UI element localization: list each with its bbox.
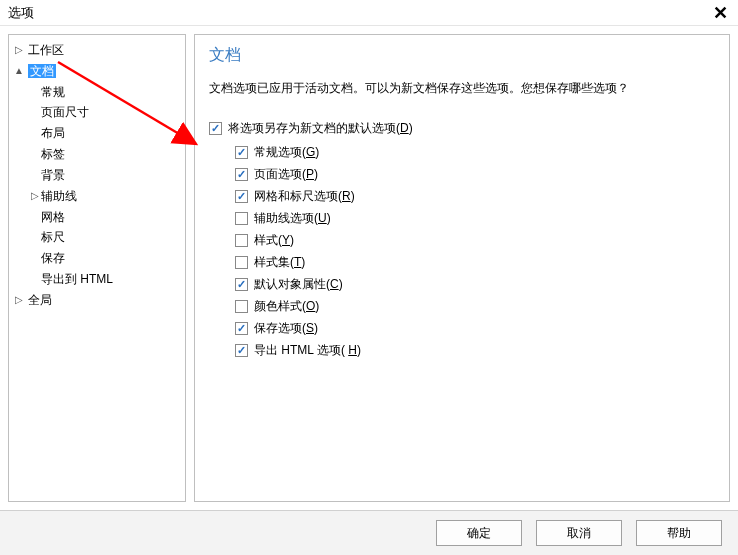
checkbox-general-options[interactable]: 常规选项(G): [235, 141, 715, 163]
checkbox-save-as-default[interactable]: 将选项另存为新文档的默认选项(D): [209, 117, 715, 139]
nav-tree: ▷ 工作区 ▲ 文档 常规 页面尺寸 布局 标签 背景 ▷辅助线 网格 标尺: [9, 39, 185, 310]
checkbox-label: 网格和标尺选项(R): [254, 188, 355, 205]
checkbox-label: 样式(Y): [254, 232, 294, 249]
close-icon[interactable]: ✕: [711, 4, 730, 22]
checkbox-icon[interactable]: [235, 300, 248, 313]
checkbox-default-object-props[interactable]: 默认对象属性(C): [235, 273, 715, 295]
page-title: 文档: [209, 45, 715, 66]
help-button[interactable]: 帮助: [636, 520, 722, 546]
checkbox-icon[interactable]: [235, 212, 248, 225]
checkbox-label: 颜色样式(O): [254, 298, 319, 315]
checkbox-export-html-options[interactable]: 导出 HTML 选项( H): [235, 339, 715, 361]
checkbox-save-options[interactable]: 保存选项(S): [235, 317, 715, 339]
title-bar: 选项 ✕: [0, 0, 738, 26]
page-description: 文档选项已应用于活动文档。可以为新文档保存这些选项。您想保存哪些选项？: [209, 80, 715, 97]
checkbox-grid-ruler-options[interactable]: 网格和标尺选项(R): [235, 185, 715, 207]
checkbox-icon[interactable]: [209, 122, 222, 135]
checkbox-style[interactable]: 样式(Y): [235, 229, 715, 251]
tree-item-layout[interactable]: 布局: [29, 122, 185, 143]
checkbox-label: 默认对象属性(C): [254, 276, 343, 293]
content-pane: 文档 文档选项已应用于活动文档。可以为新文档保存这些选项。您想保存哪些选项？ 将…: [194, 34, 730, 502]
sub-options: 常规选项(G) 页面选项(P) 网格和标尺选项(R) 辅助线选项(U) 样式(Y…: [235, 141, 715, 361]
dialog-body: ▷ 工作区 ▲ 文档 常规 页面尺寸 布局 标签 背景 ▷辅助线 网格 标尺: [0, 26, 738, 510]
tree-item-rulers[interactable]: 标尺: [29, 226, 185, 247]
checkbox-label: 辅助线选项(U): [254, 210, 331, 227]
tree-item-tags[interactable]: 标签: [29, 143, 185, 164]
checkbox-label: 常规选项(G): [254, 144, 319, 161]
tree-item-guides[interactable]: ▷辅助线: [29, 185, 185, 206]
chevron-down-icon: ▲: [13, 61, 25, 81]
tree-item-page-size[interactable]: 页面尺寸: [29, 101, 185, 122]
tree-item-general[interactable]: 常规: [29, 81, 185, 102]
ok-button[interactable]: 确定: [436, 520, 522, 546]
checkbox-label: 导出 HTML 选项( H): [254, 342, 361, 359]
chevron-right-icon: ▷: [29, 186, 41, 206]
checkbox-page-options[interactable]: 页面选项(P): [235, 163, 715, 185]
tree-item-document[interactable]: ▲ 文档 常规 页面尺寸 布局 标签 背景 ▷辅助线 网格 标尺 保存 导出到 …: [13, 60, 185, 289]
checkbox-styleset[interactable]: 样式集(T): [235, 251, 715, 273]
cancel-button[interactable]: 取消: [536, 520, 622, 546]
checkbox-guide-options[interactable]: 辅助线选项(U): [235, 207, 715, 229]
checkbox-icon[interactable]: [235, 256, 248, 269]
button-bar: 确定 取消 帮助: [0, 510, 738, 555]
checkbox-icon[interactable]: [235, 234, 248, 247]
checkbox-icon[interactable]: [235, 168, 248, 181]
checkbox-label: 将选项另存为新文档的默认选项(D): [228, 120, 413, 137]
checkbox-label: 样式集(T): [254, 254, 305, 271]
window-title: 选项: [8, 4, 711, 22]
checkbox-icon[interactable]: [235, 278, 248, 291]
nav-tree-pane: ▷ 工作区 ▲ 文档 常规 页面尺寸 布局 标签 背景 ▷辅助线 网格 标尺: [8, 34, 186, 502]
tree-item-export-html[interactable]: 导出到 HTML: [29, 268, 185, 289]
tree-item-grid[interactable]: 网格: [29, 206, 185, 227]
checkbox-color-style[interactable]: 颜色样式(O): [235, 295, 715, 317]
tree-item-selected: 文档: [28, 64, 56, 78]
checkbox-label: 页面选项(P): [254, 166, 318, 183]
checkbox-icon[interactable]: [235, 146, 248, 159]
checkbox-label: 保存选项(S): [254, 320, 318, 337]
tree-item-global[interactable]: ▷ 全局: [13, 289, 185, 310]
chevron-right-icon: ▷: [13, 40, 25, 60]
checkbox-icon[interactable]: [235, 190, 248, 203]
tree-item-background[interactable]: 背景: [29, 164, 185, 185]
chevron-right-icon: ▷: [13, 290, 25, 310]
tree-item-save[interactable]: 保存: [29, 247, 185, 268]
checkbox-icon[interactable]: [235, 322, 248, 335]
tree-item-workspace[interactable]: ▷ 工作区: [13, 39, 185, 60]
checkbox-icon[interactable]: [235, 344, 248, 357]
